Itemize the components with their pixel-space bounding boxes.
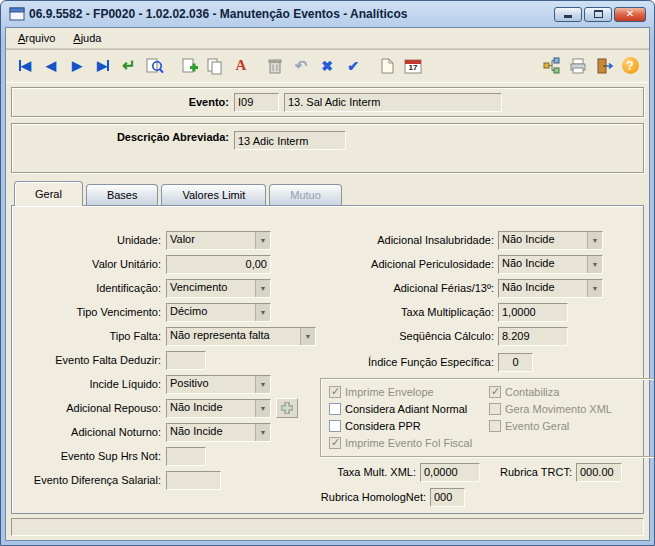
- identificacao-label: Identificação:: [18, 282, 166, 294]
- print-icon: [569, 57, 587, 75]
- tab-mutuo: Mutuo: [269, 184, 342, 205]
- contabiliza-label: Contabiliza: [505, 386, 559, 398]
- checkbox-row: Evento Geral: [489, 418, 653, 434]
- chevron-down-icon[interactable]: ▼: [255, 232, 270, 249]
- considera-adiant-normal-label: Considera Adiant Normal: [345, 403, 467, 415]
- considera-ppr-checkbox[interactable]: [329, 420, 341, 432]
- confirm-button[interactable]: ✔: [340, 53, 366, 79]
- tipo-falta-label: Tipo Falta:: [18, 330, 166, 342]
- tipo-vencimento-label: Tipo Vencimento:: [18, 306, 166, 318]
- window-title: 06.9.5582 - FP0020 - 1.02.02.036 - Manut…: [29, 7, 554, 21]
- help-button[interactable]: ?: [617, 53, 643, 79]
- descricao-panel: Descrição Abreviada:: [11, 123, 644, 173]
- imprime-evento-fol-fiscal-label: Imprime Evento Fol Fiscal: [345, 437, 472, 449]
- adicional-insalubridade-combo[interactable]: Não Incide▼: [498, 231, 603, 250]
- delete-record-button[interactable]: [262, 53, 288, 79]
- adicional-repouso-label: Adicional Repouso:: [18, 402, 166, 414]
- print-button[interactable]: [565, 53, 591, 79]
- last-record-button[interactable]: ▶: [90, 53, 116, 79]
- taxa-multiplicacao-field[interactable]: [498, 303, 568, 322]
- incide-liquido-label: Incide Líquido:: [18, 378, 166, 390]
- undo-icon: ↶: [295, 58, 308, 73]
- identificacao-combo[interactable]: Vencimento▼: [166, 279, 271, 298]
- edit-font-button[interactable]: A: [228, 53, 254, 79]
- valor-unitario-field[interactable]: [166, 255, 271, 274]
- indice-funcao-especifica-label: Índice Função Específica:: [320, 356, 498, 368]
- evento-label: Evento:: [12, 96, 234, 108]
- taxa-mult-xml-field[interactable]: [420, 463, 480, 482]
- copy-record-icon: [206, 57, 224, 75]
- titlebar[interactable]: 06.9.5582 - FP0020 - 1.02.02.036 - Manut…: [5, 1, 650, 27]
- evento-sup-hrs-not-field[interactable]: [166, 447, 206, 466]
- tipo-falta-combo[interactable]: Não representa falta▼: [166, 327, 316, 346]
- evento-code-field[interactable]: [234, 93, 279, 112]
- chevron-down-icon[interactable]: ▼: [587, 280, 602, 297]
- rubrica-trct-field[interactable]: [576, 463, 622, 482]
- rubrica-homolognet-field[interactable]: [430, 488, 465, 507]
- tab-geral[interactable]: Geral: [14, 181, 83, 206]
- evento-geral-label: Evento Geral: [505, 420, 569, 432]
- menu-ajuda[interactable]: Ajuda: [65, 30, 109, 46]
- chevron-down-icon[interactable]: ▼: [587, 232, 602, 249]
- evento-sup-hrs-not-label: Evento Sup Hrs Not:: [18, 450, 166, 462]
- indice-funcao-especifica-field[interactable]: [498, 353, 533, 372]
- exit-icon: [595, 57, 613, 75]
- incide-liquido-combo[interactable]: Positivo▼: [166, 375, 271, 394]
- considera-adiant-normal-checkbox[interactable]: [329, 403, 341, 415]
- adicional-repouso-zoom-button[interactable]: [276, 398, 298, 418]
- search-button[interactable]: [142, 53, 168, 79]
- copy-record-button[interactable]: [202, 53, 228, 79]
- exit-button[interactable]: [591, 53, 617, 79]
- chevron-down-icon[interactable]: ▼: [255, 376, 270, 393]
- adicional-periculosidade-combo[interactable]: Não Incide▼: [498, 255, 603, 274]
- minimize-button[interactable]: [554, 7, 582, 22]
- checkbox-row: Considera Adiant Normal: [329, 401, 489, 417]
- new-note-button[interactable]: [374, 53, 400, 79]
- adicional-repouso-combo[interactable]: Não Incide▼: [166, 399, 271, 418]
- adicional-noturno-combo[interactable]: Não Incide▼: [166, 423, 271, 442]
- taxa-multiplicacao-label: Taxa Multiplicação:: [320, 306, 498, 318]
- tab-bases[interactable]: Bases: [86, 184, 159, 205]
- imprime-envelope-checkbox[interactable]: [329, 386, 341, 398]
- maximize-button[interactable]: [584, 7, 612, 22]
- go-button[interactable]: ↵: [116, 53, 142, 79]
- unidade-label: Unidade:: [18, 234, 166, 246]
- close-icon: ✕: [626, 9, 634, 19]
- sequencia-calculo-field[interactable]: [498, 327, 568, 346]
- imprime-evento-fol-fiscal-checkbox[interactable]: [329, 437, 341, 449]
- toolbar: ◀ ◀ ▶ ▶ ↵ A: [6, 49, 649, 83]
- descricao-abreviada-field[interactable]: [234, 131, 346, 150]
- chevron-down-icon[interactable]: ▼: [300, 328, 315, 345]
- checkbox-row: Gera Movimento XML: [489, 401, 653, 417]
- chevron-down-icon[interactable]: ▼: [255, 424, 270, 441]
- close-button[interactable]: ✕: [614, 7, 646, 22]
- evento-falta-deduzir-field[interactable]: [166, 351, 206, 370]
- menu-arquivo[interactable]: Arquivo: [10, 30, 63, 46]
- calendar-button[interactable]: 17: [400, 53, 426, 79]
- adicional-ferias-13-combo[interactable]: Não Incide▼: [498, 279, 603, 298]
- search-icon: [146, 57, 164, 75]
- evento-geral-checkbox[interactable]: [489, 420, 501, 432]
- add-record-icon: [180, 57, 198, 75]
- next-record-button[interactable]: ▶: [64, 53, 90, 79]
- chevron-down-icon[interactable]: ▼: [587, 256, 602, 273]
- contabiliza-checkbox[interactable]: [489, 386, 501, 398]
- cancel-button[interactable]: ✖: [314, 53, 340, 79]
- add-record-button[interactable]: [176, 53, 202, 79]
- related-programs-button[interactable]: [539, 53, 565, 79]
- new-note-icon: [378, 57, 396, 75]
- undo-button[interactable]: ↶: [288, 53, 314, 79]
- chevron-down-icon[interactable]: ▼: [255, 304, 270, 321]
- previous-record-icon: ◀: [46, 59, 56, 72]
- first-record-button[interactable]: ◀: [12, 53, 38, 79]
- chevron-down-icon[interactable]: ▼: [255, 280, 270, 297]
- imprime-envelope-label: Imprime Envelope: [345, 386, 434, 398]
- previous-record-button[interactable]: ◀: [38, 53, 64, 79]
- unidade-combo[interactable]: Valor▼: [166, 231, 271, 250]
- tipo-vencimento-combo[interactable]: Décimo▼: [166, 303, 271, 322]
- evento-description-field[interactable]: [284, 93, 502, 112]
- evento-diferenca-salarial-field[interactable]: [166, 471, 221, 490]
- tab-valores-limit[interactable]: Valores Limit: [161, 184, 266, 205]
- gera-movimento-xml-checkbox[interactable]: [489, 403, 501, 415]
- chevron-down-icon[interactable]: ▼: [255, 400, 270, 417]
